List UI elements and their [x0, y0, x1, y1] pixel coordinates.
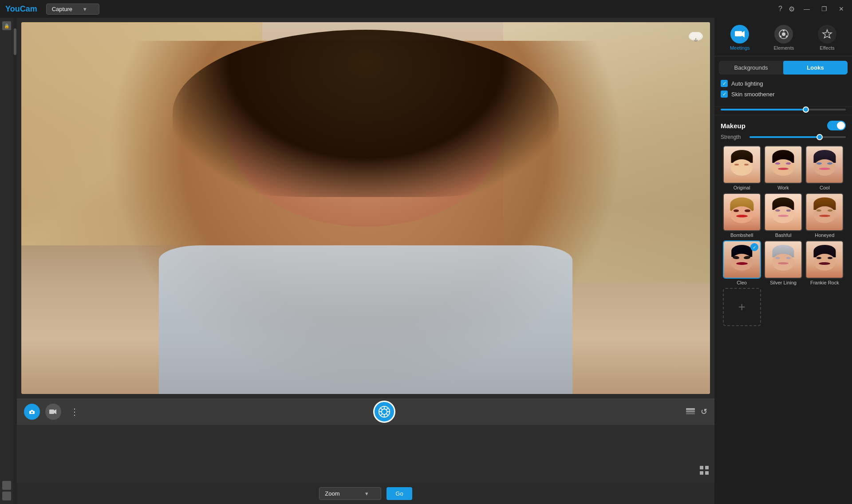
- title-bar: YouCam Capture ▾ ? ⚙ — ❐ ✕: [0, 0, 852, 18]
- sub-tab-looks[interactable]: Looks: [783, 61, 848, 75]
- makeup-label-frankie-rock: Frankie Rock: [810, 280, 839, 285]
- auto-lighting-label: Auto lighting: [731, 80, 763, 87]
- makeup-item-frankie-rock[interactable]: Frankie Rock: [805, 240, 844, 285]
- bottom-bar: Zoom ▾ Go: [17, 483, 714, 504]
- capture-arrow-icon: ▾: [83, 6, 87, 12]
- tab-effects[interactable]: Effects: [814, 23, 840, 52]
- grid-view-icon[interactable]: [699, 465, 709, 477]
- skin-smoothener-row: ✓ Skin smoothener: [721, 91, 846, 98]
- elements-icon: [774, 25, 793, 43]
- svg-rect-6: [49, 410, 54, 414]
- tab-elements[interactable]: Elements: [770, 23, 797, 52]
- options-section: ✓ Auto lighting ✓ Skin smoothener: [714, 75, 852, 107]
- makeup-label-bombshell: Bombshell: [730, 232, 753, 238]
- svg-point-28: [786, 35, 788, 37]
- minimize-button[interactable]: —: [801, 4, 813, 13]
- video-button[interactable]: [45, 404, 61, 420]
- center-content: ⋮: [17, 18, 714, 504]
- svg-rect-21: [705, 466, 709, 469]
- makeup-title: Makeup: [721, 122, 746, 130]
- svg-point-5: [31, 412, 33, 413]
- left-panel: 🔒: [0, 18, 13, 504]
- makeup-thumb-honeyed: [805, 193, 844, 231]
- makeup-label-silver-lining: Silver Lining: [770, 280, 797, 285]
- capture-dropdown[interactable]: Capture ▾: [46, 4, 99, 15]
- right-panel: Meetings Elements: [714, 18, 852, 504]
- strength-thumb[interactable]: [816, 134, 823, 140]
- cleo-selected-check: ✓: [750, 243, 758, 251]
- svg-rect-23: [705, 471, 709, 475]
- makeup-item-cleo[interactable]: ✓ Cleo: [722, 240, 761, 285]
- auto-lighting-checkbox[interactable]: ✓: [721, 80, 728, 87]
- effects-icon: [818, 25, 836, 43]
- skin-smoothener-checkbox[interactable]: ✓: [721, 91, 728, 98]
- svg-rect-18: [686, 410, 695, 412]
- skin-smoothener-slider[interactable]: [721, 109, 846, 110]
- skin-smoothener-slider-row: [714, 109, 852, 115]
- undo-icon[interactable]: ↺: [701, 407, 707, 417]
- svg-point-2: [695, 32, 702, 38]
- scroll-thumb: [14, 28, 16, 55]
- svg-point-29: [780, 35, 781, 37]
- cloud-save-icon[interactable]: [687, 28, 705, 44]
- toolbar-right: ↺: [686, 406, 707, 418]
- menu-button[interactable]: ⋮: [67, 404, 83, 420]
- app-title: YouCam: [5, 4, 37, 14]
- makeup-item-honeyed[interactable]: Honeyed: [805, 193, 844, 238]
- help-icon[interactable]: ?: [778, 5, 782, 13]
- tab-meetings[interactable]: Meetings: [726, 23, 753, 52]
- svg-rect-24: [735, 31, 742, 36]
- tab-meetings-label: Meetings: [730, 45, 750, 51]
- sub-tab-backgrounds[interactable]: Backgrounds: [719, 61, 783, 75]
- video-feed: [21, 22, 710, 394]
- makeup-thumb-original: [723, 146, 761, 184]
- capture-button[interactable]: [373, 401, 395, 423]
- makeup-item-silver-lining[interactable]: Silver Lining: [764, 240, 802, 285]
- vertical-scrollbar[interactable]: [13, 18, 17, 504]
- makeup-header: Makeup: [721, 121, 846, 130]
- tab-effects-label: Effects: [820, 45, 834, 51]
- left-panel-btn-2[interactable]: [2, 481, 11, 490]
- svg-point-27: [783, 30, 785, 32]
- right-top-tabs: Meetings Elements: [714, 18, 852, 56]
- makeup-thumb-bashful: [764, 193, 802, 231]
- sub-tabs: Backgrounds Looks: [719, 61, 848, 75]
- settings-icon[interactable]: ⚙: [789, 5, 795, 13]
- makeup-grid: Original Work: [721, 146, 846, 285]
- timeline-area: [17, 425, 714, 483]
- add-makeup-icon: +: [723, 288, 761, 326]
- makeup-item-cool[interactable]: Cool: [805, 146, 844, 190]
- strength-slider[interactable]: [749, 136, 846, 138]
- skin-smoothener-thumb[interactable]: [803, 106, 809, 113]
- bottom-toolbar: ⋮: [17, 398, 714, 425]
- tab-elements-label: Elements: [773, 45, 794, 51]
- makeup-thumb-frankie-rock: [805, 240, 844, 279]
- zoom-dropdown[interactable]: Zoom ▾: [319, 487, 381, 500]
- makeup-label-work: Work: [777, 185, 789, 190]
- makeup-item-bashful[interactable]: Bashful: [764, 193, 802, 238]
- makeup-label-bashful: Bashful: [775, 232, 792, 238]
- left-panel-btn-1[interactable]: 🔒: [2, 21, 11, 30]
- title-bar-icons: ? ⚙ — ❐ ✕: [778, 4, 847, 13]
- makeup-item-work[interactable]: Work: [764, 146, 802, 190]
- makeup-label-original: Original: [734, 185, 750, 190]
- camera-button[interactable]: [24, 404, 40, 420]
- zoom-label: Zoom: [325, 490, 339, 497]
- main-layout: 🔒: [0, 18, 852, 504]
- svg-point-26: [782, 32, 785, 36]
- add-makeup-item[interactable]: +: [722, 288, 761, 326]
- makeup-label-cleo: Cleo: [737, 280, 747, 285]
- makeup-label-honeyed: Honeyed: [815, 232, 834, 238]
- capture-label: Capture: [52, 6, 72, 12]
- makeup-toggle[interactable]: [827, 121, 846, 130]
- meetings-icon: [730, 25, 749, 43]
- left-panel-btn-3[interactable]: [2, 492, 11, 500]
- makeup-item-original[interactable]: Original: [722, 146, 761, 190]
- skin-smoothener-label: Skin smoothener: [731, 91, 775, 98]
- right-panel-scroll[interactable]: ✓ Auto lighting ✓ Skin smoothener Makeup: [714, 75, 852, 504]
- layers-icon[interactable]: [686, 406, 695, 418]
- close-button[interactable]: ✕: [836, 4, 847, 13]
- maximize-button[interactable]: ❐: [819, 4, 830, 13]
- makeup-item-bombshell[interactable]: Bombshell: [722, 193, 761, 238]
- go-button[interactable]: Go: [387, 487, 412, 500]
